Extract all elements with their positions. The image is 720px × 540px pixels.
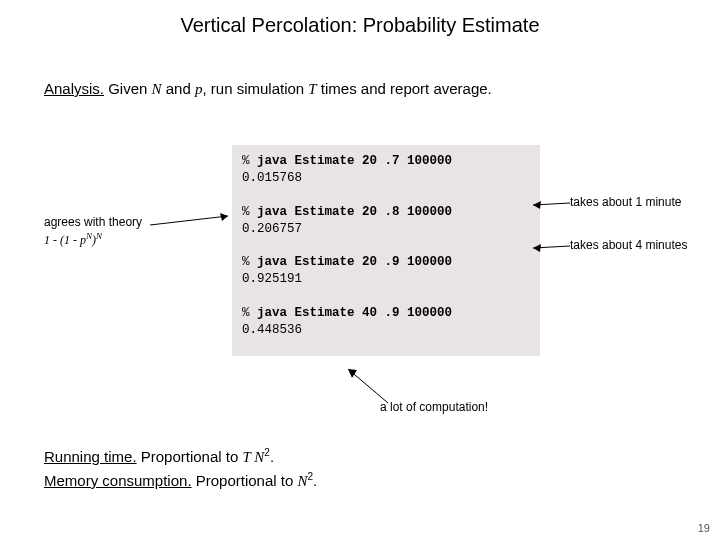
code-l3b: java Estimate 20 .8 100000 <box>257 205 452 219</box>
running-time-block: Running time. Proportional to T N2. Memo… <box>44 445 317 493</box>
memory-line: Memory consumption. Proportional to N2. <box>44 469 317 493</box>
memory-text2b: . <box>313 472 317 489</box>
analysis-post: times and report average. <box>317 80 492 97</box>
arrow-bottom <box>340 365 400 414</box>
svg-marker-1 <box>220 213 228 221</box>
page-number: 19 <box>698 522 710 534</box>
running-label: Running time. <box>44 448 137 465</box>
memory-text2a: Proportional to <box>192 472 298 489</box>
code-l7a: % <box>242 306 257 320</box>
formula-supN2: N <box>96 231 102 241</box>
running-T: T <box>242 449 250 465</box>
analysis-var-N: N <box>152 81 162 97</box>
code-l3a: % <box>242 205 257 219</box>
right-annotation-1: takes about 1 minute <box>570 195 681 209</box>
svg-line-0 <box>150 216 228 225</box>
arrow-right-1 <box>525 195 575 219</box>
analysis-line: Analysis. Given N and p, run simulation … <box>44 80 492 98</box>
arrow-left <box>150 210 240 244</box>
running-text1a: Proportional to <box>137 448 243 465</box>
slide-title: Vertical Percolation: Probability Estima… <box>0 0 720 37</box>
formula-a: 1 - (1 - <box>44 233 80 247</box>
code-l5a: % <box>242 255 257 269</box>
running-time-line: Running time. Proportional to T N2. <box>44 445 317 469</box>
slide: Vertical Percolation: Probability Estima… <box>0 0 720 540</box>
running-N: N <box>251 449 265 465</box>
svg-marker-5 <box>533 244 541 252</box>
analysis-label: Analysis. <box>44 80 104 97</box>
code-l2: 0.015768 <box>242 171 302 185</box>
memory-label: Memory consumption. <box>44 472 192 489</box>
arrow-right-2 <box>525 240 575 264</box>
left-annotation: agrees with theory 1 - (1 - pN)N <box>44 215 142 248</box>
left-note-line1: agrees with theory <box>44 215 142 229</box>
code-l8: 0.448536 <box>242 323 302 337</box>
right-annotation-2: takes about 4 minutes <box>570 238 687 252</box>
code-l6: 0.925191 <box>242 272 302 286</box>
running-text1b: . <box>270 448 274 465</box>
svg-marker-7 <box>348 369 357 378</box>
code-l1b: java Estimate 20 .7 100000 <box>257 154 452 168</box>
code-output-box: % java Estimate 20 .7 100000 0.015768 % … <box>232 145 540 356</box>
svg-marker-3 <box>533 201 541 209</box>
code-l4: 0.206757 <box>242 222 302 236</box>
memory-N: N <box>297 473 307 489</box>
analysis-mid1: and <box>162 80 195 97</box>
code-l7b: java Estimate 40 .9 100000 <box>257 306 452 320</box>
analysis-var-T: T <box>308 81 316 97</box>
code-l1a: % <box>242 154 257 168</box>
analysis-mid2: , run simulation <box>202 80 308 97</box>
code-l5b: java Estimate 20 .9 100000 <box>257 255 452 269</box>
analysis-pre: Given <box>104 80 152 97</box>
